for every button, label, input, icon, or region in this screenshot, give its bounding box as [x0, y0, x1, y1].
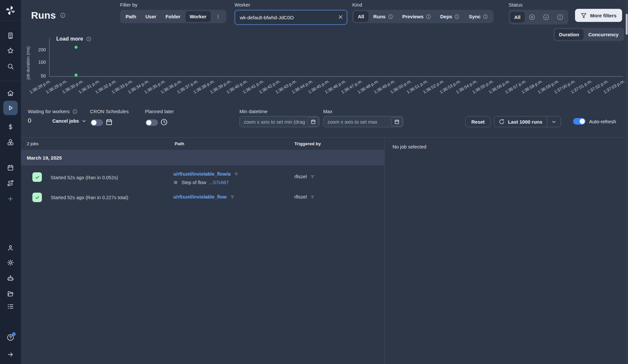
runs-duration-chart: Load more job duration (ms) 200 100 50 1… [21, 33, 628, 102]
sidebar-item-users[interactable] [0, 241, 21, 255]
calendar-icon [7, 164, 14, 171]
kind-option-runs[interactable]: Runs [369, 11, 397, 22]
planned-later-toggle[interactable] [146, 119, 158, 126]
run-path-link[interactable]: u/rfiszel/inviolable_flow [173, 194, 227, 199]
cron-schedules-label: CRON Schedules [90, 109, 129, 114]
last-runs-control: Last 1000 runs [494, 116, 561, 127]
kind-option-sync[interactable]: Sync [464, 11, 492, 22]
reset-button[interactable]: Reset [465, 116, 491, 127]
kind-option-all[interactable]: All [354, 11, 368, 22]
autorefresh-label: Auto-refresh [589, 119, 616, 124]
autorefresh-toggle[interactable] [573, 118, 585, 125]
plus-icon [7, 195, 14, 202]
bottom-section: 2 jobs Path Triggered by March 19, 2025 … [21, 137, 628, 364]
autorefresh-control: Auto-refresh [573, 118, 616, 125]
calendar-icon [394, 119, 400, 125]
list-icon [7, 303, 14, 310]
home-icon [7, 90, 14, 97]
gear-icon [7, 259, 14, 266]
sidebar-item-search[interactable] [0, 59, 21, 74]
info-icon[interactable] [72, 109, 78, 114]
filter-lines-icon[interactable] [234, 172, 239, 177]
refresh-runs-button[interactable]: Last 1000 runs [494, 116, 547, 127]
scrollbar-track[interactable] [625, 0, 628, 364]
sidebar-item-logs[interactable] [0, 299, 21, 314]
sidebar-item-settings[interactable] [0, 255, 21, 270]
sidebar-item-workspace[interactable] [0, 28, 21, 43]
sidebar-item-add[interactable] [0, 192, 21, 206]
run-path-cell: u/rfiszel/inviolable_flow [173, 194, 235, 199]
status-group: All [509, 10, 568, 25]
jobs-table: 2 jobs Path Triggered by March 19, 2025 … [21, 138, 385, 364]
kind-option-previews[interactable]: Previews [398, 11, 435, 22]
kind-option-deps[interactable]: Deps [436, 11, 464, 22]
filter-lines-icon[interactable] [310, 195, 315, 199]
status-option-success[interactable] [539, 11, 553, 23]
filter-by-label: Filter by [120, 2, 226, 8]
planned-clock-button[interactable] [160, 118, 168, 126]
min-datetime-picker-button[interactable] [307, 117, 319, 126]
sidebar-item-help[interactable] [0, 330, 21, 345]
sidebar-item-workers[interactable] [0, 271, 21, 286]
search-icon [7, 63, 14, 70]
main-content: Runs Filter by Path User Folder Worker W… [21, 0, 628, 364]
success-check-badge [32, 193, 42, 202]
sidebar-item-favorites[interactable] [0, 43, 21, 58]
path-column-header: Path [175, 141, 184, 146]
windmill-logo[interactable] [0, 3, 21, 18]
status-option-all[interactable]: All [510, 12, 525, 23]
last-runs-dropdown[interactable] [547, 116, 561, 127]
close-icon [338, 14, 343, 20]
max-datetime-field [323, 116, 403, 127]
filter-option-path[interactable]: Path [121, 11, 141, 22]
run-path-link[interactable]: u/rfiszel/inviolable_flow/a [173, 171, 231, 177]
cron-schedules-toggle[interactable] [91, 119, 103, 126]
worker-label: Worker [235, 2, 347, 8]
sidebar-item-routes[interactable] [0, 176, 21, 190]
cron-calendar-button[interactable] [105, 118, 113, 126]
status-option-running[interactable] [525, 11, 539, 23]
max-datetime-label: Max [323, 109, 332, 114]
filter-lines-icon[interactable] [230, 195, 235, 199]
worker-input[interactable] [235, 10, 347, 25]
run-point[interactable] [75, 46, 78, 49]
planned-later-label: Planned later [145, 109, 174, 114]
date-group-header: March 19, 2025 [21, 150, 384, 165]
filter-more-button[interactable] [211, 11, 225, 22]
scrollbar-thumb[interactable] [626, 14, 628, 35]
success-check-badge [32, 172, 42, 182]
star-icon [7, 47, 14, 54]
chevron-down-icon [81, 118, 87, 124]
bot-icon [7, 275, 14, 282]
status-option-failure[interactable] [553, 11, 567, 23]
info-icon [388, 14, 393, 19]
kind-block: Kind All Runs Previews Deps Sync [352, 2, 494, 23]
max-datetime-picker-button[interactable] [391, 117, 402, 126]
table-row[interactable]: Started 52s ago (Ran in 0.227s total) u/… [21, 189, 384, 206]
chevron-down-icon [551, 119, 557, 125]
filter-lines-icon[interactable] [310, 174, 315, 179]
flow-id-link[interactable]: ...57c667 [209, 180, 229, 185]
run-started-text: Started 52s ago (Ran in 0.227s total) [51, 195, 128, 200]
triggered-by-cell: rfiszel [294, 194, 315, 199]
sidebar-collapse[interactable] [0, 347, 21, 362]
table-header: 2 jobs Path Triggered by [21, 138, 384, 150]
clear-worker-button[interactable] [338, 14, 343, 20]
filter-option-user[interactable]: User [141, 11, 161, 22]
jobs-count: 2 jobs [27, 141, 39, 146]
info-icon [454, 14, 460, 19]
sidebar-item-variables[interactable] [0, 120, 21, 134]
filter-option-worker[interactable]: Worker [185, 11, 211, 22]
route-icon [7, 180, 14, 187]
funnel-icon [581, 12, 587, 19]
dollar-icon [7, 123, 14, 130]
info-icon[interactable] [60, 12, 66, 18]
check-circle-icon [543, 14, 550, 21]
sidebar-item-resources[interactable] [0, 135, 21, 149]
cancel-jobs-button[interactable]: Cancel jobs [52, 118, 87, 124]
table-row[interactable]: Started 52s ago (Ran in 0.052s) u/rfisze… [21, 165, 384, 189]
filter-option-folder[interactable]: Folder [161, 11, 185, 22]
load-more-button[interactable]: Load more [56, 36, 92, 42]
sidebar-item-schedules[interactable] [0, 161, 21, 175]
more-filters-button[interactable]: More filters [575, 9, 622, 22]
